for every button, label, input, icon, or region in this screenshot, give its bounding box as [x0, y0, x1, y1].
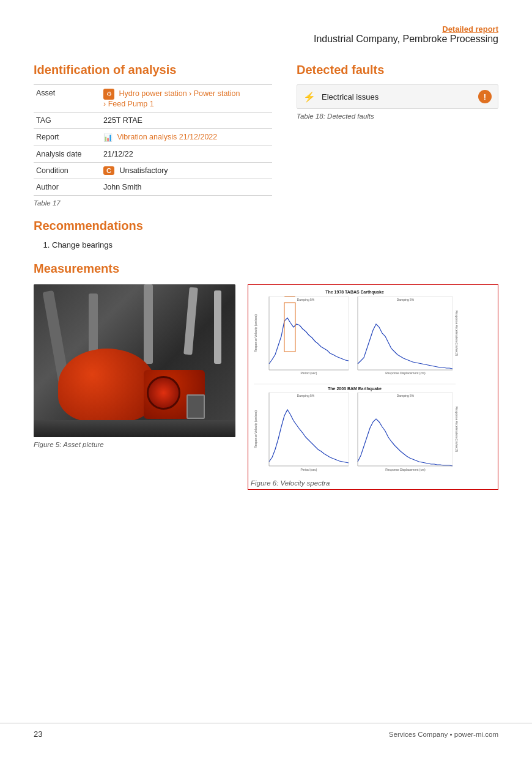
svg-text:The 1978 TABAS Earthquake: The 1978 TABAS Earthquake — [325, 290, 384, 295]
condition-badge: C — [103, 166, 114, 175]
fault-row: ⚡ Electrical issues ! — [297, 84, 498, 109]
footer-page-number: 23 — [34, 729, 42, 739]
pump-background — [34, 284, 235, 437]
asset-photo — [34, 284, 235, 437]
junction-box — [187, 394, 205, 419]
recommendations-section: Recommendations Change bearings — [34, 219, 498, 249]
row-value: ⚙ Hydro power station › Power station› F… — [101, 85, 272, 113]
floor — [34, 420, 235, 437]
pipe-decor — [214, 290, 221, 364]
identification-section: Identification of analysis Asset ⚙ Hydro… — [34, 63, 272, 207]
footer-right: Services Company • power-mi.com — [389, 731, 498, 738]
row-label: TAG — [34, 113, 101, 129]
table17-caption: Table 17 — [34, 199, 272, 207]
measurements-section: Measurements — [34, 262, 498, 490]
svg-rect-3 — [269, 297, 349, 370]
row-label: Condition — [34, 162, 101, 179]
table-row: Condition C Unsatisfactory — [34, 162, 272, 179]
row-label: Analysis date — [34, 146, 101, 162]
asset-photo-container: Figure 5: Asset picture — [34, 284, 235, 448]
row-value: 225T RTAE — [101, 113, 272, 129]
detailed-report-label: Detailed report — [442, 24, 498, 34]
row-value: C Unsatisfactory — [101, 162, 272, 179]
spectra-caption: Figure 6: Velocity spectra — [251, 479, 495, 487]
svg-text:Damping 5%: Damping 5% — [297, 394, 315, 397]
footer: 23 Services Company • power-mi.com — [0, 723, 532, 739]
svg-text:Response Displacement (cm): Response Displacement (cm) — [385, 468, 426, 471]
identification-table: Asset ⚙ Hydro power station › Power stat… — [34, 84, 272, 196]
pump-body — [58, 349, 156, 422]
spectra-svg: The 1978 TABAS Earthquake IX Response Ve… — [251, 287, 459, 477]
report-link[interactable]: Vibration analysis 21/12/2022 — [117, 133, 217, 141]
top-section: Identification of analysis Asset ⚙ Hydro… — [34, 63, 498, 207]
svg-text:Damping 5%: Damping 5% — [397, 394, 415, 397]
identification-title: Identification of analysis — [34, 63, 272, 77]
svg-text:Period (sec): Period (sec) — [301, 468, 317, 471]
vibration-icon: 📊 — [103, 133, 113, 142]
asset-photo-caption: Figure 5: Asset picture — [34, 441, 235, 448]
table18-caption: Table 18: Detected faults — [297, 113, 498, 120]
recommendations-title: Recommendations — [34, 219, 498, 233]
detected-faults-title: Detected faults — [297, 63, 498, 77]
svg-text:Response Velocity (cm/sec): Response Velocity (cm/sec) — [254, 410, 257, 448]
row-label: Report — [34, 129, 101, 146]
svg-text:Damping 5%: Damping 5% — [397, 298, 415, 301]
fault-lightning-icon: ⚡ — [303, 91, 316, 103]
fault-warning-icon: ! — [478, 90, 492, 103]
svg-text:Response Acceleration (cm/sec2: Response Acceleration (cm/sec2) — [455, 407, 459, 452]
header: Detailed report Industrial Company, Pemb… — [34, 24, 498, 45]
table-row: Asset ⚙ Hydro power station › Power stat… — [34, 85, 272, 113]
svg-text:Period (sec): Period (sec) — [301, 371, 317, 375]
table-row: Analysis date 21/12/22 — [34, 146, 272, 162]
measurements-title: Measurements — [34, 262, 498, 276]
page: Detailed report Industrial Company, Pemb… — [0, 0, 532, 757]
svg-text:Response Displacement (cm): Response Displacement (cm) — [385, 371, 426, 375]
row-value: 📊 Vibration analysis 21/12/2022 — [101, 129, 272, 146]
svg-text:Response Velocity (cm/sec): Response Velocity (cm/sec) — [254, 314, 257, 352]
svg-text:The 2003 BAM Earthquake: The 2003 BAM Earthquake — [328, 386, 382, 391]
measurements-row: Figure 5: Asset picture The 1978 TABAS E… — [34, 284, 498, 490]
table-row: TAG 225T RTAE — [34, 113, 272, 129]
fault-label: Electrical issues — [322, 92, 478, 102]
row-value: John Smith — [101, 179, 272, 196]
row-label: Author — [34, 179, 101, 196]
spectra-container: The 1978 TABAS Earthquake IX Response Ve… — [248, 284, 498, 490]
company-name: Industrial Company, Pembroke Processing — [34, 34, 498, 45]
table-row: Report 📊 Vibration analysis 21/12/2022 — [34, 129, 272, 146]
list-item: Change bearings — [52, 240, 498, 249]
asset-icon: ⚙ — [103, 89, 114, 100]
pipe-decor — [144, 284, 153, 364]
pipe-decor — [183, 287, 198, 355]
detected-faults-section: Detected faults ⚡ Electrical issues ! Ta… — [297, 63, 498, 207]
table-row: Author John Smith — [34, 179, 272, 196]
recommendations-list: Change bearings — [34, 240, 498, 249]
svg-text:Damping 5%: Damping 5% — [297, 298, 315, 301]
row-label: Asset — [34, 85, 101, 113]
asset-link[interactable]: Hydro power station › Power station› Fee… — [103, 89, 240, 108]
row-value: 21/12/22 — [101, 146, 272, 162]
svg-text:Response Acceleration (cm/sec2: Response Acceleration (cm/sec2) — [455, 311, 459, 356]
